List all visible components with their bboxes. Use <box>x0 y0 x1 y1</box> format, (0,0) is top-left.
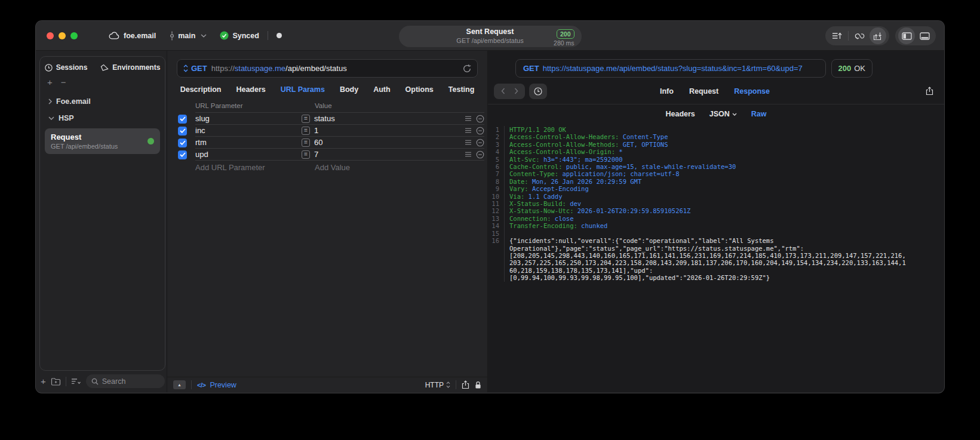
request-summary-capsule[interactable]: Sent Request GET /api/embed/status 200 2… <box>399 26 582 47</box>
toggle-bottom-panel-button[interactable] <box>916 27 933 44</box>
param-value-cell[interactable]: =1 <box>302 125 484 137</box>
drag-handle-icon[interactable] <box>465 140 472 145</box>
tab-request[interactable]: Request <box>689 87 718 96</box>
layout-toggle-group <box>895 26 936 45</box>
view-tab-json[interactable]: JSON <box>709 110 737 118</box>
params-table-header: URL Parameter Value <box>178 99 487 113</box>
request-url[interactable]: https://statuspage.me/api/embed/status <box>211 64 347 73</box>
editor-footer: ▲ </> Preview HTTP <box>167 377 487 392</box>
sync-label: Synced <box>232 32 259 40</box>
line-number: 3 <box>488 141 505 148</box>
protocol-selector[interactable]: HTTP <box>425 381 450 389</box>
layout-left-panel-icon <box>902 32 912 40</box>
expand-panel-button[interactable]: ▲ <box>173 380 186 389</box>
line-number: 15 <box>488 230 505 237</box>
remove-session-button[interactable]: − <box>61 77 66 87</box>
line-text: Transfer-Encoding: chunked <box>505 222 944 229</box>
remove-param-icon[interactable] <box>476 139 484 147</box>
code-segment: close <box>555 215 574 222</box>
code-segment: Transfer-Encoding: <box>509 222 581 229</box>
line-text: {"incidents":null,"overall":{"code":"ope… <box>505 237 944 281</box>
add-param-row[interactable]: Add URL Parameter Add Value <box>178 161 487 174</box>
param-checkbox[interactable] <box>178 139 187 147</box>
remove-param-icon[interactable] <box>476 115 484 123</box>
titlebar: foe.email main Synced Sent Request GET /… <box>36 21 944 51</box>
history-button[interactable] <box>532 85 545 98</box>
tab-testing[interactable]: Testing <box>448 85 475 94</box>
sidebar-toolbar: + <box>41 374 165 388</box>
param-value-cell[interactable]: =status <box>302 113 484 125</box>
tab-response[interactable]: Response <box>734 87 770 96</box>
param-checkbox[interactable] <box>178 150 187 159</box>
method-selector-icon[interactable] <box>183 64 188 72</box>
tab-description[interactable]: Description <box>180 85 222 94</box>
tree-group-hsp[interactable]: HSP <box>44 110 161 127</box>
remove-param-icon[interactable] <box>476 127 484 135</box>
tab-auth[interactable]: Auth <box>373 85 390 94</box>
param-name: slug <box>195 114 210 123</box>
request-method[interactable]: GET <box>191 64 207 73</box>
tab-options[interactable]: Options <box>405 85 434 94</box>
url-params-table: URL Parameter Value slug=statusinc=1rtm=… <box>167 99 487 377</box>
code-segment: Content-Type: <box>509 170 563 177</box>
param-value-cell[interactable]: =7 <box>302 149 484 161</box>
request-url-bar[interactable]: GET https://statuspage.me/api/embed/stat… <box>177 59 478 78</box>
sync-loop-button[interactable] <box>852 27 868 44</box>
request-list-item-selected[interactable]: Request GET /api/embed/status <box>45 128 160 154</box>
view-tab-raw[interactable]: Raw <box>751 110 767 118</box>
param-value-cell[interactable]: =60 <box>302 137 484 149</box>
code-segment: * <box>619 148 622 155</box>
editor-tabs: DescriptionHeadersURL ParamsBodyAuthOpti… <box>167 78 487 99</box>
branch-selector[interactable]: main <box>169 31 207 41</box>
minimize-window-button[interactable] <box>59 32 66 39</box>
close-window-button[interactable] <box>47 32 54 39</box>
column-header-name: URL Parameter <box>195 99 302 113</box>
param-name-cell[interactable]: rtm <box>195 137 302 149</box>
back-button[interactable] <box>496 85 509 98</box>
view-tab-headers[interactable]: Headers <box>665 110 695 118</box>
search-input[interactable] <box>102 377 159 386</box>
import-export-button[interactable] <box>870 27 886 44</box>
chevron-down-icon <box>732 113 737 116</box>
drag-handle-icon[interactable] <box>465 128 472 133</box>
add-param-value-placeholder[interactable]: Add Value <box>302 163 350 172</box>
sort-options-button[interactable] <box>71 378 81 385</box>
add-request-button[interactable]: + <box>41 376 46 386</box>
param-name-cell[interactable]: slug <box>195 113 302 125</box>
tab-environments[interactable]: Environments <box>100 63 160 72</box>
tab-info[interactable]: Info <box>660 87 674 96</box>
zoom-window-button[interactable] <box>70 32 78 39</box>
tab-sessions[interactable]: Sessions <box>45 63 88 72</box>
share-button[interactable] <box>462 380 469 389</box>
project-menu[interactable]: foe.email <box>109 32 156 40</box>
lock-icon[interactable] <box>475 381 481 389</box>
param-checkbox[interactable] <box>178 115 187 124</box>
response-code[interactable]: 1HTTP/1.1 200 OK2Access-Control-Allow-He… <box>488 123 944 392</box>
tab-body[interactable]: Body <box>340 85 358 94</box>
line-number: 16 <box>488 237 505 281</box>
param-name-cell[interactable]: inc <box>195 125 302 137</box>
add-session-button[interactable]: + <box>47 77 53 87</box>
drag-handle-icon[interactable] <box>465 152 472 157</box>
line-number: 7 <box>488 170 505 177</box>
param-name-cell[interactable]: upd <box>195 149 302 161</box>
sent-request-url[interactable]: GET https://statuspage.me/api/embed/stat… <box>515 59 826 78</box>
tree-group-foe-email[interactable]: Foe.email <box>44 93 161 110</box>
sidebar-search[interactable] <box>86 374 165 388</box>
param-checkbox[interactable] <box>178 127 187 136</box>
new-folder-button[interactable] <box>51 377 61 386</box>
resend-request-button[interactable] <box>463 64 471 73</box>
add-param-name-placeholder[interactable]: Add URL Parameter <box>195 163 302 172</box>
code-line: 9Vary: Accept-Encoding <box>488 185 944 192</box>
drag-handle-icon[interactable] <box>465 116 472 121</box>
preview-button[interactable]: </> Preview <box>197 381 236 389</box>
request-order-button[interactable] <box>828 27 845 44</box>
tab-url-params[interactable]: URL Params <box>281 85 325 94</box>
code-segment: Alt-Svc: <box>509 156 543 163</box>
sync-status[interactable]: Synced <box>220 31 259 40</box>
forward-button[interactable] <box>509 85 523 98</box>
remove-param-icon[interactable] <box>476 150 484 159</box>
toggle-sidebar-button[interactable] <box>898 27 915 44</box>
tab-headers[interactable]: Headers <box>236 85 265 94</box>
export-response-button[interactable] <box>926 87 933 96</box>
